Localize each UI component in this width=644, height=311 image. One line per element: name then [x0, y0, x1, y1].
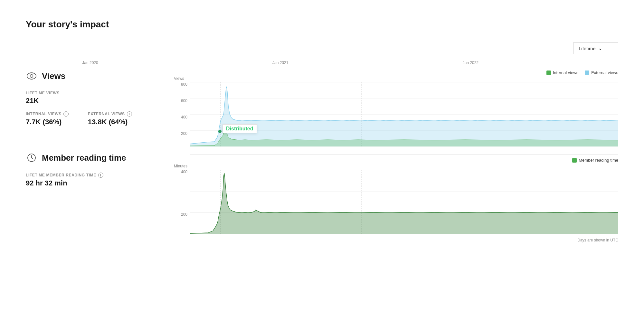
- reading-time-svg-container: [190, 170, 618, 235]
- page-title: Your story's impact: [26, 19, 618, 30]
- chart-divider: [190, 154, 618, 155]
- views-chart-section: Internal views External views Views 800: [174, 70, 618, 148]
- internal-views-info-icon[interactable]: i: [63, 111, 69, 117]
- views-section: Views LIFETIME VIEWS 21K INTERNAL VIEWS …: [26, 70, 161, 133]
- reading-time-chart-wrapper: Minutes 400 200: [174, 164, 618, 235]
- views-axis-label: Views: [174, 76, 618, 81]
- legend-reading-color: [572, 158, 577, 163]
- legend-internal-color: [546, 71, 551, 75]
- svg-marker-23: [190, 173, 618, 234]
- svg-point-0: [27, 73, 36, 79]
- legend-external-views: External views: [585, 70, 618, 75]
- legend-internal-views: Internal views: [546, 70, 578, 75]
- lifetime-views-label: LIFETIME VIEWS: [26, 91, 161, 95]
- stats-panel: Views LIFETIME VIEWS 21K INTERNAL VIEWS …: [26, 70, 174, 242]
- views-legend: Internal views External views: [546, 70, 618, 75]
- views-chart-container: 800 600 400 200 Distributed: [190, 82, 618, 148]
- legend-reading-label: Member reading time: [579, 158, 618, 163]
- clock-icon: [26, 152, 37, 164]
- charts-panel: Internal views External views Views 800: [174, 70, 618, 242]
- x-label-2021: Jan 2021: [272, 61, 288, 65]
- lifetime-reading-value: 92 hr 32 min: [26, 179, 161, 187]
- reading-time-chart-container: 400 200: [190, 170, 618, 235]
- svg-marker-14: [190, 87, 618, 146]
- reading-time-legend: Member reading time: [572, 158, 618, 163]
- views-chart-wrapper: Views 800 600 400 200: [174, 76, 618, 148]
- reading-time-chart-section: Member reading time Minutes 400 200: [174, 158, 618, 235]
- internal-views-label: INTERNAL VIEWS i: [26, 111, 69, 117]
- reading-time-title: Member reading time: [42, 153, 126, 163]
- x-axis-labels-top: Jan 2020 Jan 2021 Jan 2022: [42, 61, 618, 70]
- reading-time-chart-svg: [190, 170, 618, 234]
- legend-reading-time: Member reading time: [572, 158, 618, 163]
- utc-note: Days are shown in UTC: [174, 238, 618, 242]
- views-y-labels: 800 600 400 200: [175, 82, 187, 148]
- legend-external-color: [585, 71, 589, 75]
- time-filter-dropdown[interactable]: Lifetime ⌄: [573, 42, 618, 54]
- external-views-value: 13.8K (64%): [88, 118, 132, 126]
- reading-time-y-labels: 400 200: [175, 170, 187, 235]
- eye-icon: [26, 70, 37, 82]
- reading-time-section: Member reading time LIFETIME MEMBER READ…: [26, 152, 161, 187]
- internal-views-block: INTERNAL VIEWS i 7.7K (36%): [26, 111, 69, 126]
- lifetime-reading-block: LIFETIME MEMBER READING TIME i 92 hr 32 …: [26, 173, 161, 187]
- views-svg-container: Distributed: [190, 82, 618, 148]
- views-chart-svg: [190, 82, 618, 146]
- views-title: Views: [42, 71, 65, 81]
- reading-time-info-icon[interactable]: i: [98, 173, 103, 178]
- external-views-label: EXTERNAL VIEWS i: [88, 111, 132, 117]
- internal-views-value: 7.7K (36%): [26, 118, 69, 126]
- svg-line-4: [32, 158, 33, 159]
- external-views-info-icon[interactable]: i: [127, 111, 132, 117]
- lifetime-views-block: LIFETIME VIEWS 21K: [26, 91, 161, 105]
- reading-time-axis-label: Minutes: [174, 164, 618, 168]
- time-filter-label: Lifetime: [579, 46, 596, 51]
- legend-internal-label: Internal views: [553, 70, 578, 75]
- lifetime-views-value: 21K: [26, 97, 161, 105]
- external-views-block: EXTERNAL VIEWS i 13.8K (64%): [88, 111, 132, 126]
- x-label-2022: Jan 2022: [463, 61, 478, 65]
- legend-external-label: External views: [591, 70, 618, 75]
- chevron-down-icon: ⌄: [598, 45, 613, 51]
- x-label-2020: Jan 2020: [82, 61, 98, 65]
- svg-point-1: [30, 75, 33, 78]
- lifetime-reading-label: LIFETIME MEMBER READING TIME i: [26, 173, 161, 178]
